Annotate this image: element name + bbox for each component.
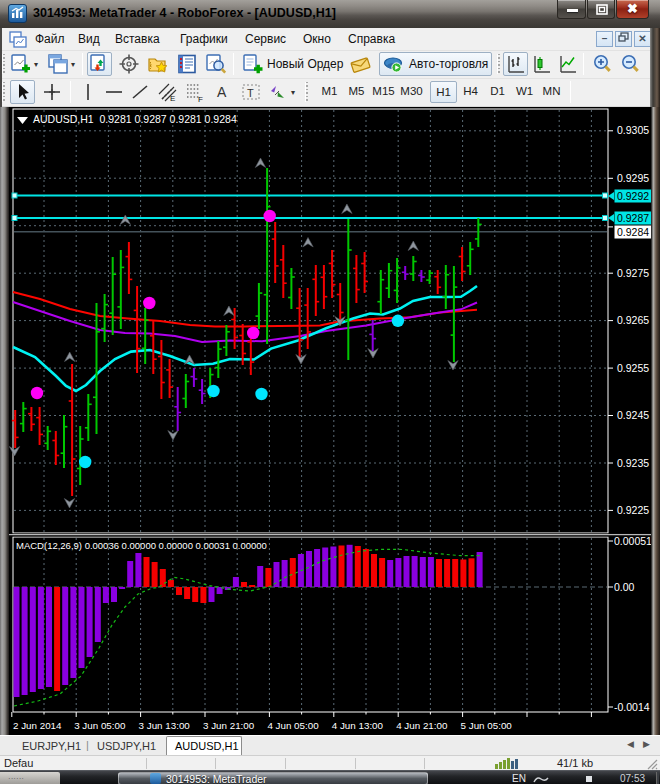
svg-text:0.9275: 0.9275	[617, 267, 649, 279]
svg-text:0.9292: 0.9292	[617, 190, 649, 202]
svg-text:3 Jun 13:00: 3 Jun 13:00	[139, 720, 191, 731]
svg-text:E: E	[170, 94, 175, 103]
svg-text:2 Jun 2014: 2 Jun 2014	[13, 720, 62, 731]
svg-text:0.00: 0.00	[614, 581, 635, 593]
svg-text:4 Jun 21:00: 4 Jun 21:00	[396, 720, 448, 731]
svg-text:F: F	[198, 95, 203, 103]
svg-text:A: A	[217, 84, 227, 100]
svg-text:0.9295: 0.9295	[617, 172, 649, 184]
svg-text:T: T	[247, 87, 254, 99]
svg-text:AUDUSD,H1 0.9281 0.9287 0.928: AUDUSD,H1 0.9281 0.9287 0.9281 0.9284	[33, 113, 237, 125]
svg-text:-0.0014: -0.0014	[614, 701, 650, 713]
svg-text:MACD(12,26,9) 0.00036 0.00000: MACD(12,26,9) 0.00036 0.00000 0.00000 0.…	[16, 540, 267, 551]
svg-text:4 Jun 13:00: 4 Jun 13:00	[332, 720, 384, 731]
svg-text:0.9305: 0.9305	[617, 124, 649, 136]
svg-text:0.00051: 0.00051	[614, 535, 652, 547]
svg-text:0.9225: 0.9225	[617, 504, 649, 516]
svg-text:3 Jun 05:00: 3 Jun 05:00	[74, 720, 126, 731]
svg-text:4 Jun 05:00: 4 Jun 05:00	[267, 720, 319, 731]
svg-text:0.9245: 0.9245	[617, 409, 649, 421]
svg-text:5 Jun 05:00: 5 Jun 05:00	[461, 720, 513, 731]
svg-text:3 Jun 21:00: 3 Jun 21:00	[203, 720, 255, 731]
svg-text:0.9284: 0.9284	[617, 226, 649, 238]
svg-text:0.9265: 0.9265	[617, 314, 649, 326]
svg-text:0.9287: 0.9287	[617, 212, 649, 224]
svg-text:0.9255: 0.9255	[617, 362, 649, 374]
svg-text:0.9235: 0.9235	[617, 457, 649, 469]
